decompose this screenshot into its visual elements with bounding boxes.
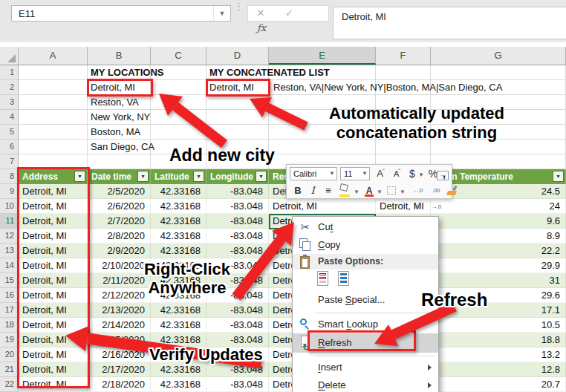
row-header-6[interactable]: 6 — [0, 140, 19, 154]
table-cell[interactable]: 8.9 — [431, 229, 566, 244]
grid-cell[interactable] — [376, 65, 431, 80]
row-header-2[interactable]: 2 — [0, 80, 19, 95]
table-cell[interactable]: -83.048 — [206, 303, 269, 318]
table-cell[interactable]: 42.33168 — [151, 377, 206, 392]
italic-icon[interactable]: I — [307, 183, 319, 199]
table-cell[interactable]: 2/13/2020 — [88, 303, 151, 318]
menu-item-cut[interactable]: ✂Cut — [293, 218, 438, 236]
table-cell[interactable]: 2/9/2020 — [88, 244, 151, 258]
table-cell[interactable]: 13.2 — [431, 347, 566, 362]
grid-cell[interactable] — [206, 95, 269, 110]
fill-color-dropdown-icon[interactable]: ▼ — [353, 183, 360, 199]
table-cell[interactable]: -83.048 — [206, 377, 269, 392]
table-cell[interactable]: 12.8 — [431, 362, 566, 377]
table-cell[interactable]: Detroit, MI — [269, 199, 376, 214]
column-header-F[interactable]: F — [376, 47, 431, 65]
table-header-Date time[interactable]: Date time▼ — [88, 169, 151, 184]
row-header-22[interactable]: 22 — [0, 377, 19, 392]
select-all-corner[interactable] — [0, 47, 19, 65]
location-list-item[interactable]: New York, NY — [91, 110, 150, 125]
decrease-font-icon[interactable]: Aˇ — [390, 166, 405, 182]
filter-dropdown-icon[interactable]: ▼ — [256, 171, 267, 182]
row-header-11[interactable]: 11 — [0, 214, 19, 229]
format-painter-icon[interactable] — [445, 183, 458, 199]
table-cell[interactable]: Detroit, MI — [376, 199, 431, 214]
table-cell[interactable]: 42.33168 — [151, 303, 206, 318]
table-cell[interactable]: 10.5 — [431, 318, 566, 333]
table-header-Longitude[interactable]: Longitude▼ — [206, 169, 269, 184]
column-header-D[interactable]: D — [206, 47, 269, 65]
table-cell[interactable]: 2/5/2020 — [88, 184, 151, 199]
table-cell[interactable]: 22.2 — [431, 244, 566, 258]
row-header-1[interactable]: 1 — [0, 65, 19, 80]
row-header-19[interactable]: 19 — [0, 333, 19, 347]
enter-icon[interactable]: ✓ — [276, 6, 302, 21]
row-header-4[interactable]: 4 — [0, 110, 19, 125]
menu-item-insert[interactable]: Insert — [293, 359, 438, 376]
table-cell[interactable]: 2/7/2020 — [88, 214, 151, 229]
menu-item-delete[interactable]: Delete — [293, 376, 438, 392]
column-header-A[interactable]: A — [19, 47, 88, 65]
location-list-item[interactable]: Boston, MA — [91, 125, 140, 140]
grid-cell[interactable] — [19, 125, 88, 140]
table-cell[interactable]: 31 — [431, 273, 566, 288]
currency-format-icon[interactable]: $ — [406, 166, 418, 182]
row-header-18[interactable]: 18 — [0, 318, 19, 333]
row-header-15[interactable]: 15 — [0, 273, 19, 288]
filter-dropdown-icon[interactable]: ▼ — [553, 171, 564, 182]
table-cell[interactable]: -83.048 — [206, 214, 269, 229]
location-list-item[interactable]: Reston, VA — [91, 95, 139, 110]
decrease-decimal-icon[interactable]: ←.0.00 — [409, 183, 426, 199]
paste-keep-formatting-icon[interactable] — [315, 271, 331, 289]
row-header-20[interactable]: 20 — [0, 347, 19, 362]
grid-cell[interactable] — [19, 110, 88, 125]
grid-cell[interactable] — [151, 110, 206, 125]
column-header-B[interactable]: B — [88, 47, 151, 65]
table-cell[interactable]: -83.048 — [206, 184, 269, 199]
table-cell[interactable]: -83.048 — [206, 244, 269, 258]
menu-item-copy[interactable]: Copy — [293, 236, 438, 254]
align-center-icon[interactable]: ≡ — [322, 183, 335, 199]
table-cell[interactable]: 2/14/2020 — [88, 318, 151, 333]
increase-font-icon[interactable]: Aˆ — [373, 166, 389, 182]
font-size-dropdown[interactable]: 11▼ — [340, 167, 370, 180]
table-cell[interactable]: 29.9 — [431, 258, 566, 273]
cancel-icon[interactable]: ✕ — [248, 6, 273, 21]
font-color-icon[interactable]: A — [362, 183, 376, 199]
formula-bar[interactable]: Detroit, MI — [333, 7, 566, 39]
table-cell[interactable]: 42.33168 — [151, 362, 206, 377]
menu-item-paste-special[interactable]: Paste Special... — [293, 290, 438, 310]
row-header-12[interactable]: 12 — [0, 229, 19, 244]
row-header-16[interactable]: 16 — [0, 288, 19, 303]
row-header-5[interactable]: 5 — [0, 125, 19, 140]
table-cell[interactable]: 18.8 — [431, 333, 566, 347]
fill-color-icon[interactable] — [338, 183, 353, 199]
row-header-7[interactable]: 7 — [0, 154, 19, 169]
table-cell[interactable]: 2/8/2020 — [88, 229, 151, 244]
table-cell[interactable]: 2/15/2020 — [88, 333, 151, 347]
grid-cell[interactable] — [19, 80, 88, 95]
table-cell[interactable]: 42.33168 — [151, 244, 206, 258]
row-header-3[interactable]: 3 — [0, 95, 19, 110]
grid-cell[interactable] — [19, 65, 88, 80]
borders-icon[interactable] — [386, 183, 399, 199]
bold-icon[interactable]: B — [291, 183, 305, 199]
row-header-14[interactable]: 14 — [0, 258, 19, 273]
name-box[interactable]: E11 ▼ — [11, 5, 231, 22]
grid-cell[interactable] — [19, 140, 88, 154]
paste-values-icon[interactable] — [336, 271, 352, 289]
table-cell[interactable]: 9.6 — [431, 214, 566, 229]
row-header-8[interactable]: 8 — [0, 169, 19, 184]
table-cell[interactable]: 2/18/2020 — [88, 377, 151, 392]
table-cell[interactable]: 20.7 — [431, 377, 566, 392]
table-cell[interactable]: 42.33168 — [151, 214, 206, 229]
table-cell[interactable]: -83.048 — [206, 318, 269, 333]
table-cell[interactable]: -83.048 — [206, 229, 269, 244]
borders-dropdown-icon[interactable]: ▼ — [399, 183, 406, 199]
grid-cell[interactable] — [431, 65, 566, 80]
name-box-dropdown-icon[interactable]: ▼ — [213, 6, 230, 21]
font-name-dropdown[interactable]: Calibri▼ — [290, 167, 337, 180]
grid-cell[interactable] — [151, 80, 206, 95]
table-cell[interactable]: -83.048 — [206, 362, 269, 377]
merge-center-icon[interactable]: ↔ — [435, 166, 450, 182]
